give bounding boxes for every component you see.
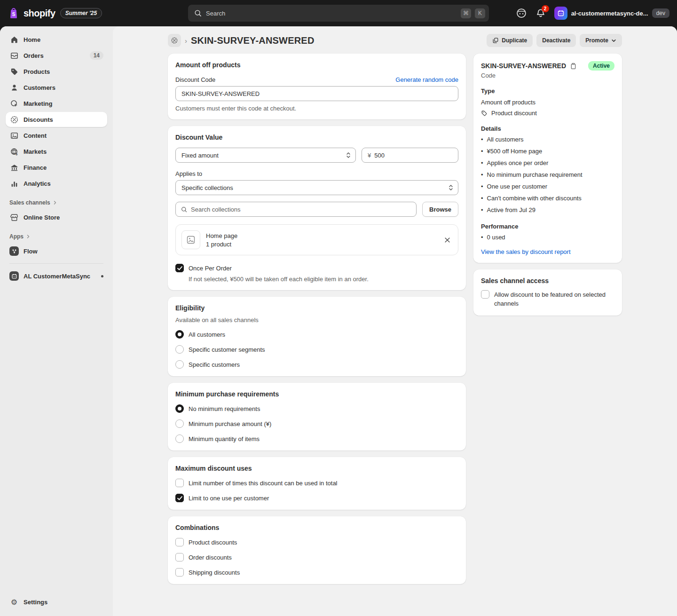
sales-report-link[interactable]: View the sales by discount report	[481, 248, 571, 255]
sidebar-item-discounts[interactable]: Discounts	[6, 112, 107, 127]
discount-badge-icon	[171, 37, 178, 44]
discount-code-input[interactable]	[175, 86, 458, 101]
summary-title: SKIN-SURVEY-ANSWERED	[481, 62, 566, 70]
promote-button[interactable]: Promote	[580, 34, 622, 47]
discount-type-select[interactable]: Fixed amount	[175, 148, 356, 163]
sidebar-item-products[interactable]: Products	[6, 64, 107, 79]
discount-amount-value: 500	[374, 152, 385, 159]
discount-amount-field[interactable]: ¥ 500	[362, 148, 458, 163]
deactivate-button[interactable]: Deactivate	[536, 34, 576, 47]
shopify-logo[interactable]: S shopify	[8, 7, 55, 19]
discount-code-helper: Customers must enter this code at checko…	[175, 105, 458, 112]
copy-code-button[interactable]	[570, 63, 577, 70]
radio-control[interactable]	[175, 434, 184, 443]
sidebar-item-content[interactable]: Content	[6, 128, 107, 143]
applies-to-select[interactable]: Specific collections	[175, 180, 458, 195]
detail-item: •One use per customer	[481, 182, 614, 191]
featured-channels-label: Allow discount to be featured on selecte…	[494, 290, 614, 308]
version-badge[interactable]: Summer '25	[60, 8, 102, 18]
collection-thumbnail-icon	[181, 230, 200, 249]
featured-channels-checkbox[interactable]	[481, 290, 489, 299]
sidebar-item-marketing[interactable]: Marketing	[6, 96, 107, 111]
radio-option-minimum-quantity[interactable]: Minimum quantity of items	[175, 434, 458, 443]
media-icon	[9, 131, 19, 140]
sales-channels-header[interactable]: Sales channels	[6, 199, 107, 206]
orders-count-badge: 14	[90, 51, 103, 60]
once-per-order-checkbox[interactable]	[175, 264, 184, 272]
checkbox-option-product-discounts[interactable]: Product discounts	[175, 538, 458, 546]
card-title: Amount off products	[175, 61, 458, 69]
radio-option-specific-customers[interactable]: Specific customers	[175, 360, 458, 369]
status-badge: Active	[588, 61, 614, 71]
store-avatar	[554, 7, 567, 20]
search-input[interactable]	[206, 10, 457, 17]
close-icon	[444, 237, 450, 243]
notifications-bell-icon[interactable]: 2	[535, 8, 546, 18]
radio-control[interactable]	[175, 345, 184, 354]
discount-value-card: Discount Value Fixed amount ¥ 500 A	[168, 126, 466, 290]
type-heading: Type	[481, 87, 614, 95]
sidebar-item-al-customermetasync[interactable]: AL CustomerMetaSync	[6, 269, 107, 284]
discount-code-label: Discount Code	[175, 76, 215, 83]
bank-icon	[9, 163, 19, 172]
checkbox-option-order-discounts[interactable]: Order discounts	[175, 553, 458, 561]
collections-search-input[interactable]	[191, 206, 411, 213]
global-search[interactable]: ⌘ K	[188, 5, 489, 22]
sidebar-item-flow[interactable]: Flow	[6, 244, 107, 259]
discount-summary-card: SKIN-SURVEY-ANSWERED Active Code Type Am…	[473, 54, 622, 263]
sidebar-item-orders[interactable]: Orders 14	[6, 48, 107, 63]
radio-control[interactable]	[175, 419, 184, 428]
discounts-breadcrumb-button[interactable]	[168, 34, 181, 47]
chevron-right-icon	[26, 234, 31, 239]
cmd-key: ⌘	[461, 8, 471, 18]
sidebar: Home Orders 14 Products Customers	[0, 26, 113, 616]
store-name: al-customermetasync-de...	[571, 10, 648, 17]
shopify-bag-icon: S	[8, 7, 20, 19]
store-menu[interactable]: al-customermetasync-de... dev	[554, 7, 669, 20]
radio-control[interactable]	[175, 404, 184, 413]
remove-collection-button[interactable]	[442, 235, 452, 245]
chevron-down-icon	[611, 38, 616, 43]
sidebar-item-settings[interactable]: ⚙ Settings	[6, 594, 107, 609]
checkbox-option-shipping-discounts[interactable]: Shipping discounts	[175, 568, 458, 577]
collection-name: Home page	[206, 232, 237, 239]
shipping-discounts-checkbox[interactable]	[175, 568, 184, 577]
detail-item: •No minimum purchase requirement	[481, 170, 614, 179]
eligibility-card: Eligibility Available on all sales chann…	[168, 297, 466, 376]
sidekick-icon[interactable]	[516, 8, 527, 19]
target-cursor-icon	[9, 99, 19, 108]
sales-channel-access-card: Sales channel access Allow discount to b…	[473, 269, 622, 316]
sidebar-divider	[9, 263, 103, 264]
once-per-order-option[interactable]: Once Per Order	[175, 264, 458, 272]
card-title: Maximum discount uses	[175, 465, 458, 472]
order-discounts-checkbox[interactable]	[175, 553, 184, 561]
checkbox-option-limit-total[interactable]: Limit number of times this discount can …	[175, 479, 458, 487]
browse-button[interactable]: Browse	[422, 202, 458, 217]
radio-option-customer-segments[interactable]: Specific customer segments	[175, 345, 458, 354]
radio-control[interactable]	[175, 360, 184, 369]
summary-subtitle: Code	[481, 72, 614, 79]
checkbox-option-featured-channels[interactable]: Allow discount to be featured on selecte…	[481, 290, 614, 308]
generate-random-code-link[interactable]: Generate random code	[395, 76, 458, 83]
tag-icon	[481, 110, 488, 117]
clipboard-icon	[570, 63, 577, 70]
sidebar-item-customers[interactable]: Customers	[6, 80, 107, 95]
sidebar-item-online-store[interactable]: Online Store	[6, 210, 107, 225]
al-customermetasync-app-icon	[9, 271, 19, 281]
card-title: Discount Value	[175, 134, 458, 141]
sidebar-item-analytics[interactable]: Analytics	[6, 176, 107, 191]
checkbox-option-one-per-customer[interactable]: Limit to one use per customer	[175, 494, 458, 502]
one-per-customer-checkbox[interactable]	[175, 494, 184, 502]
sidebar-item-home[interactable]: Home	[6, 32, 107, 47]
radio-control[interactable]	[175, 330, 184, 339]
radio-option-all-customers[interactable]: All customers	[175, 330, 458, 339]
limit-total-checkbox[interactable]	[175, 479, 184, 487]
apps-header[interactable]: Apps	[6, 233, 107, 240]
sidebar-item-finance[interactable]: Finance	[6, 160, 107, 175]
radio-option-minimum-amount[interactable]: Minimum purchase amount (¥)	[175, 419, 458, 428]
product-discounts-checkbox[interactable]	[175, 538, 184, 546]
collections-search-field[interactable]	[175, 202, 417, 217]
duplicate-button[interactable]: Duplicate	[487, 34, 533, 47]
radio-option-no-minimum[interactable]: No minimum requirements	[175, 404, 458, 413]
sidebar-item-markets[interactable]: $ Markets	[6, 144, 107, 159]
